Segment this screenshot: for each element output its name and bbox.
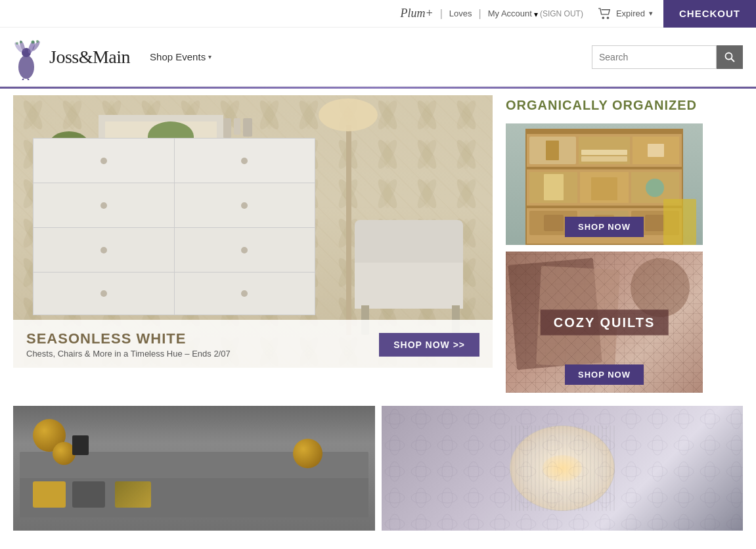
left-section: SEASONLESS WHITE Chests, Chairs & More i… — [13, 95, 493, 393]
promo1-shop-now-button[interactable]: SHOP NOW — [565, 217, 644, 237]
cart-icon[interactable] — [598, 8, 612, 20]
living-room-banner[interactable] — [13, 406, 375, 531]
svg-point-8 — [32, 40, 35, 43]
my-account-link[interactable]: My Account — [488, 9, 532, 18]
top-bar: Plum+ | Loves | My Account (SIGN OUT) Ex… — [0, 0, 756, 28]
promo1-title: ORGANICALLY ORGANIZED — [506, 98, 703, 113]
promo2-overlay: SHOP NOW — [506, 364, 703, 385]
svg-point-1 — [607, 16, 610, 19]
search-button[interactable] — [717, 45, 743, 69]
hero-banner: SEASONLESS WHITE Chests, Chairs & More i… — [13, 95, 493, 368]
promo1-title-block: ORGANICALLY ORGANIZED — [506, 95, 703, 117]
plum-logo: Plum+ — [401, 7, 434, 20]
bottom-banners — [0, 399, 756, 537]
yellow-pillow — [33, 481, 66, 508]
right-section: ORGANICALLY ORGANIZED — [506, 95, 703, 393]
accessories — [223, 118, 252, 138]
dark-object — [72, 435, 89, 455]
loves-link[interactable]: Loves — [449, 9, 472, 18]
peacock-icon — [13, 34, 49, 80]
sign-out-link[interactable]: (SIGN OUT) — [540, 9, 583, 18]
search-icon — [724, 52, 735, 62]
hero-text-left: SEASONLESS WHITE Chests, Chairs & More i… — [26, 330, 231, 359]
main-content: SEASONLESS WHITE Chests, Chairs & More i… — [0, 89, 756, 399]
svg-point-9 — [36, 40, 39, 43]
svg-line-15 — [731, 58, 734, 62]
promo1-image: SHOP NOW — [506, 123, 703, 245]
promo2-image: COZY QUILTS SHOP NOW — [506, 252, 703, 393]
dresser — [33, 138, 315, 315]
divider1: | — [440, 8, 443, 20]
checkout-button[interactable]: CHECKOUT — [663, 0, 756, 28]
svg-point-0 — [602, 16, 604, 19]
svg-line-13 — [28, 79, 29, 80]
living-room-background — [13, 406, 375, 531]
svg-point-2 — [18, 55, 34, 79]
search-input[interactable] — [592, 45, 717, 69]
hero-title: SEASONLESS WHITE — [26, 330, 231, 347]
search-area — [592, 45, 743, 69]
cart-dropdown-icon[interactable]: ▾ — [649, 9, 653, 18]
lamp-banner[interactable] — [382, 406, 744, 531]
gold-orb-3 — [293, 439, 322, 468]
svg-rect-25 — [382, 406, 744, 531]
brand-name: Joss&Main — [49, 47, 130, 68]
logo-area: Joss&Main — [13, 34, 130, 80]
floor-lamp-shade — [319, 99, 378, 131]
cart-area: Expired ▾ — [598, 8, 653, 20]
dark-pillow — [72, 481, 105, 508]
divider2: | — [479, 8, 481, 20]
hero-shop-now-button[interactable]: SHOP NOW >> — [379, 333, 479, 357]
promo2-shop-now-button[interactable]: SHOP NOW — [565, 364, 644, 385]
svg-line-12 — [22, 79, 24, 80]
header: Joss&Main Shop Events ▾ — [0, 28, 756, 87]
svg-point-10 — [20, 41, 22, 43]
hero-subtitle: Chests, Chairs & More in a Timeless Hue … — [26, 349, 231, 359]
svg-point-11 — [16, 42, 18, 45]
hero-text-overlay: SEASONLESS WHITE Chests, Chairs & More i… — [13, 320, 493, 368]
cart-status: Expired — [616, 9, 645, 18]
promo2-title: COZY QUILTS — [541, 309, 669, 335]
promo1-overlay: SHOP NOW — [506, 217, 703, 237]
shop-events-dropdown-icon: ▾ — [208, 53, 211, 60]
shop-events-button[interactable]: Shop Events ▾ — [150, 51, 211, 62]
patterned-pillow — [115, 481, 151, 508]
chair — [345, 171, 476, 335]
nav-area: Shop Events ▾ — [150, 51, 211, 62]
my-account-chevron-icon[interactable] — [534, 8, 538, 20]
lamp-background — [382, 406, 744, 531]
damask-pattern — [382, 406, 744, 531]
